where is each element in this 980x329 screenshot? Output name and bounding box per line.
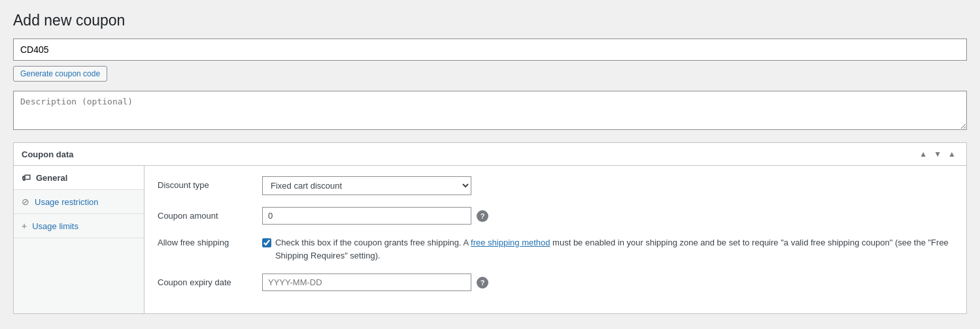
restriction-icon: ⊘ xyxy=(22,196,29,207)
panel-title: Coupon data xyxy=(22,149,73,159)
allow-free-shipping-content: Check this box if the coupon grants free… xyxy=(262,236,953,262)
panel-header: Coupon data ▲ ▼ ▲ xyxy=(14,143,966,166)
sidebar-item-usage-limits[interactable]: + Usage limits xyxy=(14,214,144,238)
sidebar-item-general-label: General xyxy=(36,173,67,183)
page-title: Add new coupon xyxy=(13,12,967,29)
coupon-expiry-date-label: Coupon expiry date xyxy=(158,274,262,287)
coupon-expiry-date-help-icon[interactable]: ? xyxy=(477,277,488,289)
discount-type-label: Discount type xyxy=(158,176,262,190)
coupon-amount-field: ? xyxy=(262,207,953,225)
coupon-amount-label: Coupon amount xyxy=(158,207,262,221)
allow-free-shipping-text: Check this box if the coupon grants free… xyxy=(275,236,953,262)
discount-type-field: Percentage discount Fixed cart discount … xyxy=(262,176,953,195)
coupon-expiry-date-row: Coupon expiry date ? xyxy=(158,274,953,291)
discount-type-select[interactable]: Percentage discount Fixed cart discount … xyxy=(262,176,471,195)
tag-icon: 🏷 xyxy=(22,172,31,183)
coupon-amount-help-icon[interactable]: ? xyxy=(477,210,488,222)
discount-type-row: Discount type Percentage discount Fixed … xyxy=(158,176,953,195)
coupon-expiry-date-input[interactable] xyxy=(262,274,471,291)
generate-coupon-button[interactable]: Generate coupon code xyxy=(13,66,107,82)
content-area: Discount type Percentage discount Fixed … xyxy=(144,166,966,313)
panel-collapse-up-button[interactable]: ▲ xyxy=(917,148,930,160)
sidebar-item-usage-restriction[interactable]: ⊘ Usage restriction xyxy=(14,190,144,214)
description-textarea[interactable] xyxy=(13,91,967,130)
sidebar-item-usage-limits-label: Usage limits xyxy=(32,221,78,231)
allow-free-shipping-checkbox[interactable] xyxy=(262,238,271,248)
panel-controls: ▲ ▼ ▲ xyxy=(917,148,958,160)
sidebar-item-usage-restriction-label: Usage restriction xyxy=(35,197,99,207)
coupon-amount-row: Coupon amount ? xyxy=(158,207,953,225)
free-shipping-method-link[interactable]: free shipping method xyxy=(471,238,550,247)
coupon-data-panel: Coupon data ▲ ▼ ▲ 🏷 General ⊘ Usage rest… xyxy=(13,142,967,314)
allow-free-shipping-row: Allow free shipping Check this box if th… xyxy=(158,236,953,262)
panel-expand-button[interactable]: ▲ xyxy=(945,148,958,160)
coupon-code-input[interactable] xyxy=(13,39,967,61)
panel-collapse-down-button[interactable]: ▼ xyxy=(931,148,944,160)
coupon-amount-input[interactable] xyxy=(262,207,471,225)
sidebar-nav: 🏷 General ⊘ Usage restriction + Usage li… xyxy=(14,166,144,313)
sidebar-item-general[interactable]: 🏷 General xyxy=(14,166,144,190)
allow-free-shipping-label: Allow free shipping xyxy=(158,236,262,247)
panel-body: 🏷 General ⊘ Usage restriction + Usage li… xyxy=(14,166,966,313)
plus-icon: + xyxy=(22,221,27,231)
coupon-expiry-date-field: ? xyxy=(262,274,953,291)
